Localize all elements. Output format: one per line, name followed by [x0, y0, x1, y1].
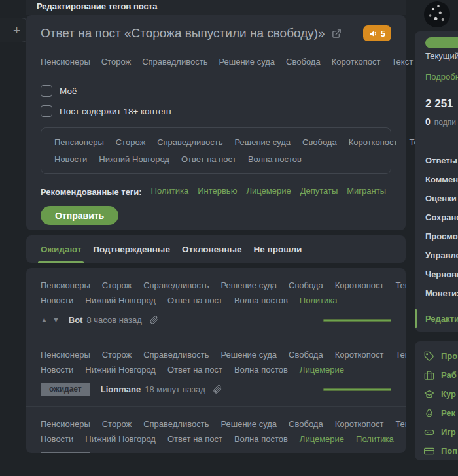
sidebar-item-manage[interactable]: Управле — [425, 246, 458, 265]
editor-tag[interactable]: Короткопост — [349, 137, 398, 147]
sidebar-item-monetization[interactable]: Монетиз — [425, 284, 458, 303]
entry-tag[interactable]: Новости — [41, 296, 73, 305]
entry-tag[interactable]: Пенсионеры — [41, 419, 90, 429]
entry-tag[interactable]: Пенсионеры — [41, 280, 90, 290]
entry-tag[interactable]: Решение суда — [220, 280, 277, 290]
sidebar-item-wallet[interactable]: Поп — [424, 441, 458, 460]
editor-tag[interactable]: Нижний Новгород — [99, 154, 169, 164]
entry-tag[interactable]: Ответ на пост — [167, 365, 222, 375]
editor-tag[interactable]: Пенсионеры — [54, 137, 104, 147]
entry-tag[interactable]: Текст — [395, 419, 406, 429]
tab-rejected[interactable]: Отклоненные — [182, 235, 242, 263]
entry-tag[interactable]: Сторож — [102, 280, 132, 290]
entry-tag[interactable]: Свобода — [289, 350, 323, 360]
recommended-tag[interactable]: Депутаты — [300, 186, 338, 197]
entry-tag[interactable]: Свобода — [289, 419, 323, 429]
entry-tag[interactable]: Ответ на пост — [167, 434, 222, 444]
sidebar-item-courses[interactable]: Кур — [424, 384, 458, 403]
recommended-tag[interactable]: Лицемерие — [246, 186, 291, 197]
tab-waiting[interactable]: Ожидают — [41, 235, 81, 263]
subscribers-value: 0 — [425, 116, 431, 127]
entry-tag[interactable]: Справедливость — [143, 350, 209, 360]
editor-tag[interactable]: Решение суда — [234, 137, 291, 147]
sidebar-item-editing[interactable]: Редакти — [425, 309, 458, 328]
sidebar-item-promo[interactable]: Про — [424, 347, 458, 366]
entry-tag[interactable]: Решение суда — [220, 419, 277, 429]
sidebar-item-games[interactable]: Игр — [424, 422, 458, 441]
sidebar-item-viewed[interactable]: Просмот — [425, 227, 458, 246]
profile-action-button[interactable] — [425, 37, 458, 48]
tab-failed[interactable]: Не прошли — [254, 235, 302, 263]
post-tag[interactable]: Пенсионеры — [41, 57, 90, 67]
avatar[interactable] — [424, 1, 450, 27]
entry-tag-line: Пенсионеры Сторож Справедливость Решение… — [41, 419, 391, 429]
sidebar-item-comments[interactable]: Коммент — [425, 170, 458, 189]
editor-tag[interactable]: Свобода — [302, 137, 337, 147]
sidebar-item-drafts[interactable]: Чернови — [425, 265, 458, 284]
sidebar-item-ratings[interactable]: Оценки — [425, 189, 458, 208]
entry-tag[interactable]: Волна постов — [234, 434, 288, 444]
editor-tag[interactable]: Сторож — [116, 137, 145, 147]
entry-tag[interactable]: Пенсионеры — [41, 350, 90, 360]
entry-tag[interactable]: Справедливость — [143, 280, 209, 290]
entry-tag[interactable]: Короткопост — [335, 419, 384, 429]
sidebar-item-ads[interactable]: Рек — [424, 403, 458, 422]
paperclip-icon[interactable] — [213, 385, 222, 394]
nsfw-checkbox[interactable] — [41, 105, 52, 117]
editor-tag[interactable]: Справедливость — [157, 137, 222, 147]
tab-approved[interactable]: Подтвержденные — [93, 235, 170, 263]
editor-tag[interactable]: Волна постов — [248, 154, 302, 164]
entry-tag[interactable]: Короткопост — [335, 350, 384, 360]
entry-tag[interactable]: Текст — [395, 280, 406, 290]
recommended-tag[interactable]: Политика — [151, 186, 189, 197]
entry-tag[interactable]: Нижний Новгород — [85, 434, 156, 444]
entry-tag[interactable]: Нижний Новгород — [85, 365, 156, 375]
paperclip-icon[interactable] — [150, 316, 158, 324]
entry-new-tag[interactable]: Лицемерие — [300, 434, 344, 444]
upvote-button[interactable]: ▲ — [41, 316, 48, 324]
checkbox-nsfw-row[interactable]: Пост содержит 18+ контент — [41, 105, 391, 117]
sidebar-item-jobs[interactable]: Раб — [424, 366, 458, 384]
entry-new-tag[interactable]: Политика — [356, 434, 394, 444]
details-link[interactable]: Подробн — [425, 72, 458, 82]
entry-tag[interactable]: Текст — [395, 350, 406, 360]
entry-tag[interactable]: Сторож — [102, 350, 132, 360]
entry-tag[interactable]: Справедливость — [143, 419, 209, 429]
entry-new-tag[interactable]: Лицемерие — [300, 365, 344, 375]
editor-tag[interactable]: Новости — [54, 154, 87, 164]
entry-tag[interactable]: Сторож — [102, 419, 132, 429]
editor-tag[interactable]: Ответ на пост — [181, 154, 236, 164]
promo-badge[interactable]: 5 — [363, 26, 391, 41]
sidebar-item-saved[interactable]: Сохране — [425, 208, 458, 227]
entry-tag[interactable]: Нижний Новгород — [85, 296, 156, 305]
entry-tag[interactable]: Волна постов — [234, 365, 288, 375]
sidebar-item-answers[interactable]: Ответы — [425, 151, 458, 170]
checkbox-mine-row[interactable]: Моё — [41, 85, 391, 97]
entry-tag[interactable]: Короткопост — [335, 280, 384, 290]
entry-username[interactable]: Bot — [69, 315, 83, 325]
post-tag[interactable]: Решение суда — [219, 57, 275, 67]
post-tag[interactable]: Свобода — [286, 57, 321, 67]
entry-username[interactable]: Lionmane — [101, 384, 141, 394]
post-tag[interactable]: Сторож — [101, 57, 131, 67]
add-post-button[interactable]: + — [0, 18, 29, 42]
post-tag[interactable]: Справедливость — [142, 57, 207, 67]
downvote-button[interactable]: ▼ — [52, 316, 60, 324]
external-link-icon[interactable] — [332, 29, 342, 39]
plus-icon: + — [13, 24, 20, 37]
entry-tag[interactable]: Ответ на пост — [167, 296, 222, 305]
entry-new-tag[interactable]: Политика — [300, 296, 338, 305]
entry-tag[interactable]: Волна постов — [234, 296, 288, 305]
submit-button[interactable]: Отправить — [41, 206, 118, 225]
tag-editor-input[interactable]: Пенсионеры Сторож Справедливость Решение… — [41, 128, 391, 174]
post-tag[interactable]: Короткопост — [332, 57, 381, 67]
mine-checkbox[interactable] — [41, 85, 52, 97]
entry-tag[interactable]: Новости — [41, 434, 73, 444]
entry-meta-row: ожидает Lionmane 11 минут назад — [41, 452, 391, 453]
entry-tag[interactable]: Решение суда — [220, 350, 277, 360]
recommended-tag[interactable]: Интервью — [198, 186, 237, 197]
post-tag[interactable]: Текст — [391, 57, 413, 67]
recommended-tag[interactable]: Мигранты — [347, 186, 386, 197]
entry-tag[interactable]: Свобода — [289, 280, 323, 290]
entry-tag[interactable]: Новости — [41, 365, 73, 375]
